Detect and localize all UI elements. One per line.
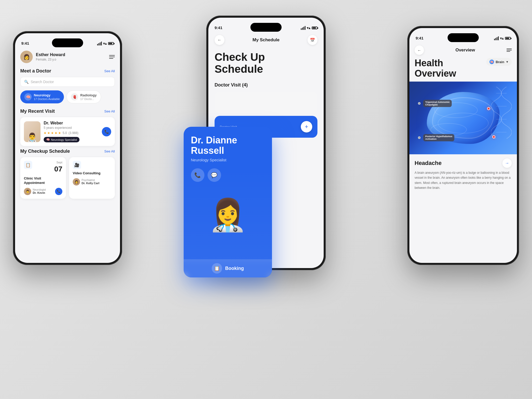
star-2: ★ [47,131,50,135]
rating-reviews: (3.988) [69,131,78,135]
dr-weber-avatar: 👨‍⚕️ [24,121,41,142]
time-center: 9:41 [215,25,222,30]
p3-menu [507,49,512,52]
call-action-btn[interactable]: 📞 [191,168,204,182]
call-button-weber[interactable]: 📞 [102,127,111,136]
search-bar[interactable]: 🔍 Search Doctor [20,77,115,87]
annotation-trigeminal: Trigeminal AutonomicChapalgias [418,100,452,107]
add-visit-btn[interactable]: + [301,121,312,132]
annotation-posterior: Posterior HypothalamusActivation [418,134,454,141]
dynamic-island-right [448,33,479,42]
p1-user: 👩 Esther Howard Female, 23 y.o [20,51,65,63]
video-doc-info: 👩 Psychiatrist Dr. Kelly Carl [73,178,99,185]
brain-image-section: Trigeminal AutonomicChapalgias Posterior… [409,82,517,154]
categories-list: 🧠 Neurology 17 Doctors Available 🫀 Radio… [20,90,115,103]
booking-label: Booking [225,266,244,271]
video-doctor-name: Dr. Kelly Carl [82,182,99,185]
p1-header: 👩 Esther Howard Female, 23 y.o [20,51,115,63]
dr-weber-info: Dr. Weber 5 years experienced ★ ★ ★ ★ ★ … [44,121,99,142]
p2-ghost-card [215,92,317,113]
dynamic-island-center [250,23,282,32]
wifi-right: ▾▴ [500,36,504,40]
clinic-call-btn[interactable]: 📞 [55,188,62,195]
menu-line-3 [109,58,113,59]
see-all-doctors[interactable]: See All [104,69,115,73]
meet-doctor-header: Meet a Doctor See All [20,68,115,74]
chat-action-btn[interactable]: 💬 [208,168,221,182]
p3-nav: ← Overview [409,42,517,58]
search-placeholder: Search Doctor [31,80,54,84]
back-btn-right[interactable]: ← [415,45,424,55]
condition-title: Headache [415,160,442,167]
condition-arrow-btn[interactable]: → [502,158,512,168]
see-all-schedule[interactable]: See All [104,149,115,153]
phone-right: 9:41 ▾▴ ← Overview [407,26,519,265]
clinic-visit-card: 📋 Sept 07 Clinic Visit Appointment 👨 Neu… [20,157,66,199]
schedule-cards: 📋 Sept 07 Clinic Visit Appointment 👨 Neu… [20,157,115,199]
rating-stars: ★ ★ ★ ★ ★ 5.0 (3.988) [44,131,99,135]
schedule-title: My Checkup Schedule [20,149,70,154]
menu-line-2 [109,57,115,57]
star-1: ★ [44,131,46,135]
neurology-name: Neurology [34,93,60,97]
video-consult-card: 🎥 Video Consulting 👩 Psychiatrist Dr. Ke… [69,157,115,199]
user-detail: Female, 23 y.o [36,58,65,61]
p2-nav: ← My Schedule 📅 [215,35,317,45]
user-avatar: 👩 [20,51,33,63]
visit-section-label: Doctor Visit (4) [215,82,317,88]
back-btn-center[interactable]: ← [215,35,224,45]
brain-selector[interactable]: 🧠 Brain ▼ [486,58,512,66]
clinic-doc-row: 👨 Neurologist Dr. Kevin 📞 [24,188,62,195]
phone-left: 9:41 ▾▴ 👩 Esther Ho [13,31,122,265]
user-info: Esther Howard Female, 23 y.o [36,52,65,61]
see-all-visits[interactable]: See All [104,109,115,113]
video-specialty: Psychiatrist [82,179,99,182]
p3-header-row: HealthOverview 🧠 Brain ▼ [409,58,517,82]
sched-day: 07 [54,165,62,173]
red-dot-2 [492,135,495,138]
schedule-header: My Checkup Schedule See All [20,149,115,154]
clinic-doc-info: 👨 Neurologist Dr. Kevin [24,188,46,195]
user-name: Esther Howard [36,52,65,57]
calendar-btn[interactable]: 📅 [308,35,317,45]
dna-icon [491,87,512,139]
brain-visual: Trigeminal AutonomicChapalgias Posterior… [409,82,517,154]
category-neurology[interactable]: 🧠 Neurology 17 Doctors Available [20,90,64,103]
status-icons-left: ▾▴ [97,42,114,45]
signal-left [97,42,102,45]
doctor-card-actions: 📞 💬 [191,168,265,182]
doctor-card: Dr. DianneRussell Neurology Specialist 📞… [184,127,272,277]
right-nav-title: Overview [455,48,475,53]
clinic-doctor-name: Dr. Kevin [33,191,46,194]
center-nav-title: My Schedule [252,37,280,43]
radiology-name: Radiology [80,93,97,97]
doctor-card-name: Dr. DianneRussell [191,135,265,156]
radiology-count: 17 Docto... [80,97,97,101]
specialty-text: Neurology Specialist [51,138,77,141]
category-neurology-text: Neurology 17 Doctors Available [34,93,60,101]
health-overview-title: HealthOverview [415,58,456,78]
booking-bar[interactable]: 📋 Booking [184,259,272,277]
neurology-count: 17 Doctors Available [34,97,60,101]
category-radiology[interactable]: 🫀 Radiology 17 Docto... [66,90,101,103]
menu-icon-left[interactable] [109,55,115,59]
signal-right [494,36,499,40]
wifi-center: ▾▴ [307,26,310,30]
dr-kelly-avatar: 👩 [73,178,80,185]
p3-line-3 [507,51,510,52]
menu-icon-right[interactable] [507,49,512,52]
dr-kevin-avatar: 👨 [24,188,31,195]
doctor-image-area: 👩‍⚕️ [184,168,272,262]
p3-line-1 [507,49,512,49]
clinic-specialty: Neurologist [33,188,46,191]
wifi-left: ▾▴ [103,42,107,45]
clinic-doc-text: Neurologist Dr. Kevin [33,188,46,194]
status-icons-center: ▾▴ [301,26,317,30]
time-left: 9:41 [21,41,29,45]
star-5: ★ [58,131,61,135]
chevron-down-icon: ▼ [506,60,509,63]
clinic-icon: 📋 [24,161,32,169]
battery-center [312,26,317,29]
dr-weber-exp: 5 years experienced [44,126,99,130]
category-radiology-text: Radiology 17 Docto... [80,93,97,101]
